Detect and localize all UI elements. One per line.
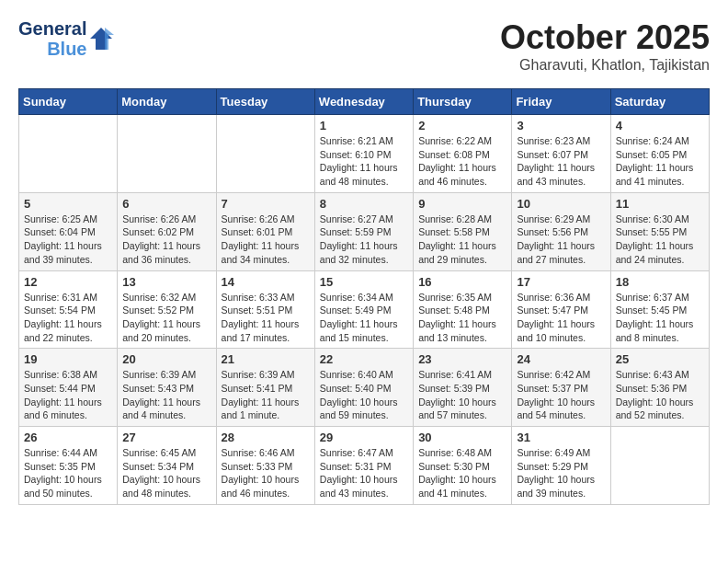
calendar-week-row: 19Sunrise: 6:38 AM Sunset: 5:44 PM Dayli… <box>19 349 710 427</box>
day-number: 4 <box>616 119 704 132</box>
month-title: October 2025 <box>500 18 710 57</box>
day-number: 26 <box>24 431 112 444</box>
weekday-header-saturday: Saturday <box>610 89 709 115</box>
calendar-cell: 18Sunrise: 6:37 AM Sunset: 5:45 PM Dayli… <box>610 270 709 349</box>
day-number: 22 <box>320 352 408 366</box>
day-number: 10 <box>517 197 605 211</box>
day-info: Sunrise: 6:27 AM Sunset: 5:59 PM Dayligh… <box>320 213 408 267</box>
logo-general: General <box>18 18 86 39</box>
day-number: 28 <box>222 431 310 444</box>
calendar-cell: 3Sunrise: 6:23 AM Sunset: 6:07 PM Daylig… <box>512 115 610 193</box>
weekday-header-monday: Monday <box>118 89 216 115</box>
day-info: Sunrise: 6:40 AM Sunset: 5:40 PM Dayligh… <box>320 368 408 422</box>
day-info: Sunrise: 6:31 AM Sunset: 5:54 PM Dayligh… <box>24 291 112 345</box>
calendar-week-row: 1Sunrise: 6:21 AM Sunset: 6:10 PM Daylig… <box>19 115 710 193</box>
day-info: Sunrise: 6:41 AM Sunset: 5:39 PM Dayligh… <box>418 368 506 422</box>
day-number: 18 <box>616 275 704 289</box>
header: General Blue October 2025 Gharavuti, Kha… <box>18 18 710 74</box>
day-number: 23 <box>418 352 506 366</box>
day-info: Sunrise: 6:45 AM Sunset: 5:34 PM Dayligh… <box>122 446 210 500</box>
day-info: Sunrise: 6:48 AM Sunset: 5:30 PM Dayligh… <box>418 446 506 500</box>
day-number: 29 <box>320 431 408 444</box>
day-info: Sunrise: 6:24 AM Sunset: 6:05 PM Dayligh… <box>616 134 704 189</box>
calendar-cell: 28Sunrise: 6:46 AM Sunset: 5:33 PM Dayli… <box>216 427 314 505</box>
weekday-header-sunday: Sunday <box>19 89 118 115</box>
day-number: 1 <box>320 119 408 132</box>
calendar-cell <box>118 115 216 193</box>
calendar-cell: 16Sunrise: 6:35 AM Sunset: 5:48 PM Dayli… <box>414 270 512 349</box>
day-number: 16 <box>418 275 506 289</box>
calendar-cell: 21Sunrise: 6:39 AM Sunset: 5:41 PM Dayli… <box>216 349 314 427</box>
title-area: October 2025 Gharavuti, Khatlon, Tajikis… <box>500 18 710 74</box>
calendar-cell <box>216 115 314 193</box>
day-info: Sunrise: 6:23 AM Sunset: 6:07 PM Dayligh… <box>517 134 605 189</box>
weekday-header-wednesday: Wednesday <box>314 89 413 115</box>
day-number: 7 <box>222 197 310 211</box>
day-info: Sunrise: 6:35 AM Sunset: 5:48 PM Dayligh… <box>418 291 506 345</box>
calendar-week-row: 26Sunrise: 6:44 AM Sunset: 5:35 PM Dayli… <box>19 427 710 505</box>
day-info: Sunrise: 6:44 AM Sunset: 5:35 PM Dayligh… <box>24 446 112 500</box>
day-number: 21 <box>222 352 310 366</box>
weekday-header-row: SundayMondayTuesdayWednesdayThursdayFrid… <box>19 89 710 115</box>
day-info: Sunrise: 6:28 AM Sunset: 5:58 PM Dayligh… <box>418 213 506 267</box>
calendar-cell: 4Sunrise: 6:24 AM Sunset: 6:05 PM Daylig… <box>610 115 709 193</box>
weekday-header-thursday: Thursday <box>414 89 512 115</box>
weekday-header-tuesday: Tuesday <box>216 89 314 115</box>
day-number: 8 <box>320 197 408 211</box>
calendar-cell: 25Sunrise: 6:43 AM Sunset: 5:36 PM Dayli… <box>610 349 709 427</box>
calendar-cell: 19Sunrise: 6:38 AM Sunset: 5:44 PM Dayli… <box>19 349 118 427</box>
day-number: 11 <box>616 197 704 211</box>
calendar-cell: 27Sunrise: 6:45 AM Sunset: 5:34 PM Dayli… <box>118 427 216 505</box>
day-info: Sunrise: 6:43 AM Sunset: 5:36 PM Dayligh… <box>616 368 704 422</box>
day-info: Sunrise: 6:29 AM Sunset: 5:56 PM Dayligh… <box>517 213 605 267</box>
day-number: 12 <box>24 275 112 289</box>
day-info: Sunrise: 6:21 AM Sunset: 6:10 PM Dayligh… <box>320 134 408 189</box>
day-number: 5 <box>24 197 112 211</box>
calendar-cell: 13Sunrise: 6:32 AM Sunset: 5:52 PM Dayli… <box>118 270 216 349</box>
calendar-table: SundayMondayTuesdayWednesdayThursdayFrid… <box>18 88 710 505</box>
calendar-cell: 20Sunrise: 6:39 AM Sunset: 5:43 PM Dayli… <box>118 349 216 427</box>
calendar-cell <box>610 427 709 505</box>
calendar-cell: 11Sunrise: 6:30 AM Sunset: 5:55 PM Dayli… <box>610 192 709 270</box>
day-info: Sunrise: 6:32 AM Sunset: 5:52 PM Dayligh… <box>122 291 210 345</box>
day-info: Sunrise: 6:36 AM Sunset: 5:47 PM Dayligh… <box>517 291 605 345</box>
day-info: Sunrise: 6:34 AM Sunset: 5:49 PM Dayligh… <box>320 291 408 345</box>
calendar-cell: 14Sunrise: 6:33 AM Sunset: 5:51 PM Dayli… <box>216 270 314 349</box>
calendar-cell: 1Sunrise: 6:21 AM Sunset: 6:10 PM Daylig… <box>314 115 413 193</box>
calendar-cell: 8Sunrise: 6:27 AM Sunset: 5:59 PM Daylig… <box>314 192 413 270</box>
logo-icon <box>88 26 114 52</box>
calendar-cell: 29Sunrise: 6:47 AM Sunset: 5:31 PM Dayli… <box>314 427 413 505</box>
day-number: 27 <box>122 431 210 444</box>
day-number: 20 <box>122 352 210 366</box>
calendar-cell: 24Sunrise: 6:42 AM Sunset: 5:37 PM Dayli… <box>512 349 610 427</box>
day-number: 31 <box>517 431 605 444</box>
calendar-cell: 9Sunrise: 6:28 AM Sunset: 5:58 PM Daylig… <box>414 192 512 270</box>
day-info: Sunrise: 6:30 AM Sunset: 5:55 PM Dayligh… <box>616 213 704 267</box>
day-info: Sunrise: 6:26 AM Sunset: 6:01 PM Dayligh… <box>222 213 310 267</box>
calendar-week-row: 12Sunrise: 6:31 AM Sunset: 5:54 PM Dayli… <box>19 270 710 349</box>
day-number: 13 <box>122 275 210 289</box>
day-info: Sunrise: 6:39 AM Sunset: 5:43 PM Dayligh… <box>122 368 210 422</box>
calendar-cell: 17Sunrise: 6:36 AM Sunset: 5:47 PM Dayli… <box>512 270 610 349</box>
day-number: 9 <box>418 197 506 211</box>
day-number: 30 <box>418 431 506 444</box>
calendar-cell: 6Sunrise: 6:26 AM Sunset: 6:02 PM Daylig… <box>118 192 216 270</box>
day-info: Sunrise: 6:38 AM Sunset: 5:44 PM Dayligh… <box>24 368 112 422</box>
calendar-week-row: 5Sunrise: 6:25 AM Sunset: 6:04 PM Daylig… <box>19 192 710 270</box>
day-info: Sunrise: 6:26 AM Sunset: 6:02 PM Dayligh… <box>122 213 210 267</box>
day-info: Sunrise: 6:46 AM Sunset: 5:33 PM Dayligh… <box>222 446 310 500</box>
day-info: Sunrise: 6:33 AM Sunset: 5:51 PM Dayligh… <box>222 291 310 345</box>
calendar-cell: 5Sunrise: 6:25 AM Sunset: 6:04 PM Daylig… <box>19 192 118 270</box>
day-info: Sunrise: 6:47 AM Sunset: 5:31 PM Dayligh… <box>320 446 408 500</box>
calendar-cell: 10Sunrise: 6:29 AM Sunset: 5:56 PM Dayli… <box>512 192 610 270</box>
calendar-cell: 26Sunrise: 6:44 AM Sunset: 5:35 PM Dayli… <box>19 427 118 505</box>
calendar-cell <box>19 115 118 193</box>
day-info: Sunrise: 6:25 AM Sunset: 6:04 PM Dayligh… <box>24 213 112 267</box>
logo-blue: Blue <box>47 39 86 59</box>
calendar-cell: 30Sunrise: 6:48 AM Sunset: 5:30 PM Dayli… <box>414 427 512 505</box>
calendar-cell: 12Sunrise: 6:31 AM Sunset: 5:54 PM Dayli… <box>19 270 118 349</box>
day-number: 15 <box>320 275 408 289</box>
day-number: 6 <box>122 197 210 211</box>
day-number: 19 <box>24 352 112 366</box>
day-info: Sunrise: 6:37 AM Sunset: 5:45 PM Dayligh… <box>616 291 704 345</box>
